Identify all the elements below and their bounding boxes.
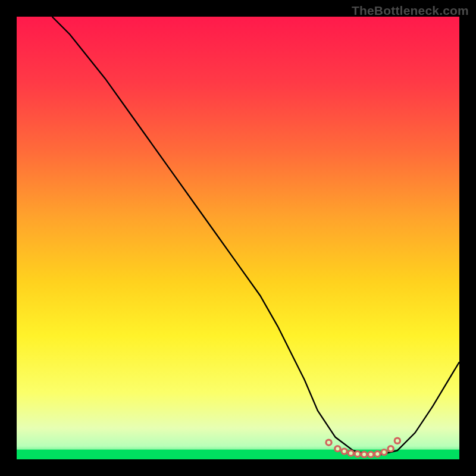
svg-point-13 xyxy=(369,453,372,456)
svg-point-1 xyxy=(327,441,331,444)
svg-point-17 xyxy=(383,450,386,454)
svg-point-7 xyxy=(349,452,353,455)
plot-area xyxy=(17,17,459,459)
svg-point-9 xyxy=(356,452,359,456)
svg-point-11 xyxy=(362,453,366,456)
svg-point-21 xyxy=(396,439,399,443)
chart-container: TheBottleneck.com xyxy=(0,0,476,476)
gradient-background xyxy=(17,17,459,459)
watermark: TheBottleneck.com xyxy=(352,4,469,18)
svg-point-5 xyxy=(343,450,346,453)
svg-point-3 xyxy=(336,447,339,450)
svg-point-19 xyxy=(389,447,393,450)
plot-svg xyxy=(17,17,459,459)
svg-point-15 xyxy=(375,452,379,456)
